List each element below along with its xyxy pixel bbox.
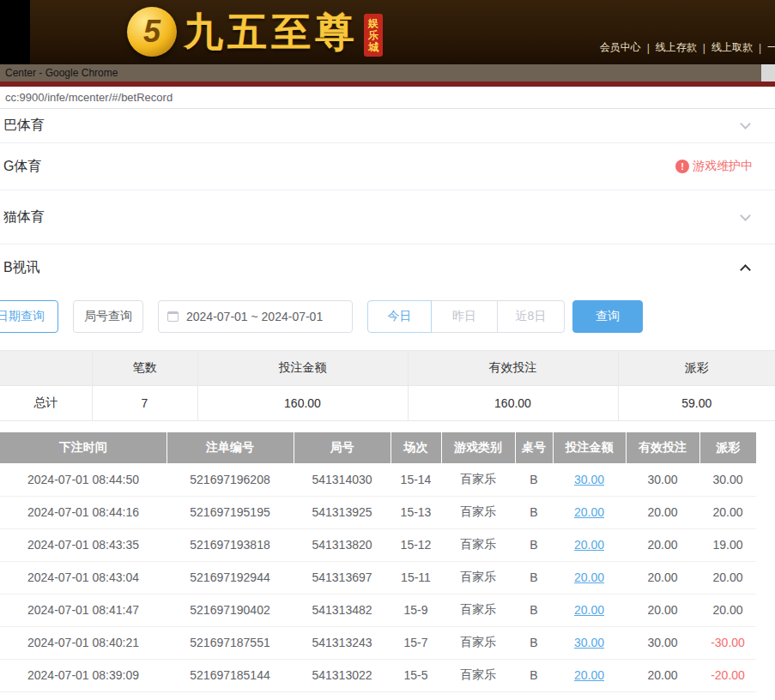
cell-table-no: B [515,659,553,691]
accordion-item-sport-2[interactable]: G体育 ! 游戏维护中 [0,143,775,190]
coin-logo-icon: 5 [127,7,177,57]
window-controls[interactable] [761,64,775,81]
cell-bet-id: 521697192944 [167,561,294,594]
cell-bet-amount[interactable]: 20.00 [553,561,626,594]
quick-date-group: 今日 昨日 近8日 [367,300,565,333]
summary-total-row: 总计 7 160.00 160.00 59.00 [0,386,775,421]
site-logo: 5 九五至尊 娱 乐 城 [127,7,383,57]
cell-time: 2024-07-01 08:41:47 [0,594,167,626]
nav-one-key[interactable]: 一键 [767,40,775,55]
cell-round-id: 541313925 [294,496,391,528]
round-query-button[interactable]: 局号查询 [73,300,143,333]
cell-table-no: B [515,528,553,561]
maintenance-badge: ! 游戏维护中 [675,159,753,174]
last-8-days-button[interactable]: 近8日 [497,300,565,333]
cell-session: 15-11 [391,561,441,594]
chevron-down-icon [740,118,751,130]
col-header-bet-id: 注单编号 [167,432,294,463]
table-row: 2024-07-01 08:44:50521697196208541314030… [0,463,756,496]
summary-total-bet-amount: 160.00 [197,386,408,421]
nav-member-center[interactable]: 会员中心 [600,40,641,55]
table-row: 2024-07-01 08:43:35521697193818541313820… [0,528,756,561]
table-row: 2024-07-01 08:41:47521697190402541313482… [0,594,756,626]
cell-time: 2024-07-01 08:43:35 [0,528,167,561]
col-header-bet-amount: 投注金额 [553,432,626,463]
badge-char: 乐 [368,29,378,41]
badge-char: 城 [368,41,378,53]
col-header-payout: 派彩 [699,432,756,463]
table-row: 2024-07-01 08:39:09521697185144541313022… [0,659,756,691]
cell-valid-bet: 20.00 [626,528,699,561]
summary-table: 笔数 投注金额 有效投注 派彩 总计 7 160.00 160.00 59.00 [0,350,775,421]
bet-table-body: 2024-07-01 08:44:50521697196208541314030… [0,463,756,691]
accordion-item-sport-3[interactable]: 猫体育 [0,190,775,244]
accordion-item-live-casino[interactable]: B视讯 [0,244,775,292]
site-title: 九五至尊 [184,7,359,57]
cell-payout: -30.00 [699,626,756,659]
nav-separator: | [647,42,650,54]
screen: { "banner": { "coin_text": "5", "title":… [0,0,775,700]
cell-bet-id: 521697196208 [167,463,294,496]
cell-valid-bet: 30.00 [626,463,699,496]
cell-table-no: B [515,463,553,496]
browser-titlebar[interactable]: Center - Google Chrome [0,64,775,81]
summary-header-count: 笔数 [92,351,197,386]
cell-bet-id: 521697193818 [167,528,294,561]
cell-game-type: 百家乐 [441,528,515,561]
cell-bet-amount[interactable]: 30.00 [553,626,626,659]
cell-bet-id: 521697185144 [167,659,294,691]
exclamation-icon: ! [675,160,689,173]
cell-game-type: 百家乐 [441,659,515,691]
site-banner: 5 九五至尊 娱 乐 城 会员中心 | 线上存款 | 线上取款 | 一键 [0,0,775,64]
calendar-icon [167,311,179,322]
accordion-item-sport-1[interactable]: 巴体育 [0,109,775,143]
accordion-label: G体育 [3,158,41,176]
date-range-picker[interactable]: 2024-07-01 ~ 2024-07-01 [158,300,353,333]
search-button[interactable]: 查询 [572,300,643,333]
cell-valid-bet: 20.00 [626,496,699,528]
cell-payout: 20.00 [699,594,756,626]
cell-valid-bet: 20.00 [626,594,699,626]
cell-game-type: 百家乐 [441,561,515,594]
summary-header-valid-bet: 有效投注 [408,351,618,386]
cell-bet-amount[interactable]: 30.00 [553,463,626,496]
cell-session: 15-13 [391,496,441,528]
yesterday-button[interactable]: 昨日 [431,300,498,333]
cell-round-id: 541314030 [294,463,391,496]
banner-black-edge [0,0,30,64]
col-header-round-id: 局号 [294,432,391,463]
window-title: Center - Google Chrome [5,67,118,79]
cell-round-id: 541313243 [294,626,391,659]
cell-bet-amount[interactable]: 20.00 [553,496,626,528]
cell-session: 15-14 [391,463,441,496]
date-query-button[interactable]: 日期查询 [0,300,58,333]
nav-separator: | [703,42,705,54]
url-text: cc:9900/infe/mcenter/#/betRecord [5,91,173,104]
maintenance-text: 游戏维护中 [693,159,753,174]
cell-session: 15-7 [391,626,441,659]
cell-bet-amount[interactable]: 20.00 [553,594,626,626]
col-header-time: 下注时间 [0,432,167,463]
accordion-label: B视讯 [3,259,40,277]
summary-header-payout: 派彩 [618,351,775,386]
banner-nav: 会员中心 | 线上存款 | 线上取款 | 一键 [600,40,775,55]
cell-round-id: 541313820 [294,528,391,561]
cell-payout: 20.00 [699,561,756,594]
nav-withdraw[interactable]: 线上取款 [711,40,753,55]
badge-char: 娱 [368,17,378,29]
cell-bet-amount[interactable]: 20.00 [553,659,626,691]
nav-deposit[interactable]: 线上存款 [656,40,697,55]
cell-time: 2024-07-01 08:44:50 [0,463,167,496]
chevron-down-icon [740,210,751,221]
filter-bar: 日期查询 局号查询 2024-07-01 ~ 2024-07-01 今日 昨日 … [0,300,775,333]
table-row: 2024-07-01 08:43:04521697192944541313697… [0,561,756,594]
summary-header-row: 笔数 投注金额 有效投注 派彩 [0,351,775,386]
cell-bet-amount[interactable]: 20.00 [553,528,626,561]
today-button[interactable]: 今日 [367,300,432,333]
browser-urlbar[interactable]: cc:9900/infe/mcenter/#/betRecord [0,87,775,109]
cell-game-type: 百家乐 [441,496,515,528]
cell-game-type: 百家乐 [441,626,515,659]
cell-session: 15-9 [391,594,441,626]
table-row: 2024-07-01 08:40:21521697187551541313243… [0,626,756,659]
summary-total-payout: 59.00 [618,386,775,421]
